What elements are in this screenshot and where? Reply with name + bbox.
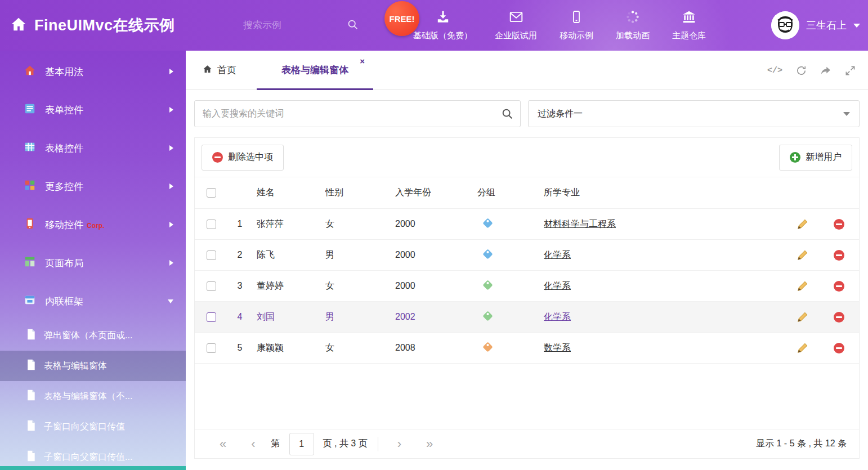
filter-dropdown-value: 过滤条件一 xyxy=(538,108,583,120)
nav-item-enterprise-trial[interactable]: 企业版试用 xyxy=(495,10,537,41)
delete-button[interactable] xyxy=(834,281,844,292)
nav-item-mobile-demo[interactable]: 移动示例 xyxy=(560,10,593,41)
add-user-button[interactable]: 新增用户 xyxy=(779,145,852,171)
edit-button[interactable] xyxy=(797,342,809,354)
pagination-first-icon[interactable]: « xyxy=(207,438,239,450)
app-window: FineUIMvc在线示例 FREE! 基础版（免费） xyxy=(0,0,868,470)
home-icon xyxy=(10,16,27,35)
header-search[interactable] xyxy=(243,11,359,39)
tab-tools: </> xyxy=(767,51,856,90)
sidebar-item-grid-controls[interactable]: 表格控件 xyxy=(0,129,186,167)
cell-gender: 男 xyxy=(321,311,391,323)
sidebar-item-form-controls[interactable]: 表单控件 xyxy=(0,91,186,129)
widgets-icon xyxy=(24,179,36,194)
cell-name: 陈飞 xyxy=(252,249,321,261)
edit-button[interactable] xyxy=(797,311,809,323)
user-menu[interactable]: 三生石上 xyxy=(771,0,860,51)
sidebar-item-mobile-controls[interactable]: 移动控件 Corp. xyxy=(0,205,186,244)
tab-bar: 首页 表格与编辑窗体 × </> xyxy=(186,51,868,90)
file-icon xyxy=(26,329,36,342)
edit-button[interactable] xyxy=(797,249,809,261)
minus-circle-icon xyxy=(834,219,844,230)
table-row[interactable]: 2 陈飞 男 2000 化学系 xyxy=(195,240,859,271)
edit-button[interactable] xyxy=(797,218,809,230)
fullscreen-icon[interactable] xyxy=(845,65,856,76)
delete-button[interactable] xyxy=(834,250,844,261)
tab-active-label: 表格与编辑窗体 xyxy=(281,64,348,77)
tab-home[interactable]: 首页 xyxy=(203,51,236,89)
group-tag-icon xyxy=(482,218,493,228)
major-link[interactable]: 化学系 xyxy=(544,312,571,321)
keyword-search-input[interactable] xyxy=(194,100,521,127)
delete-button[interactable] xyxy=(834,312,844,323)
app-title: FineUIMvc在线示例 xyxy=(34,15,175,35)
row-checkbox[interactable] xyxy=(207,220,216,229)
major-link[interactable]: 材料科学与工程系 xyxy=(544,219,616,229)
spinner-icon xyxy=(625,10,640,26)
chevron-right-icon xyxy=(169,107,173,113)
bank-icon xyxy=(682,10,696,26)
refresh-icon[interactable] xyxy=(796,65,807,76)
row-checkbox[interactable] xyxy=(207,343,216,353)
table-row[interactable]: 5 康颖颖 女 2008 数学系 xyxy=(195,333,859,364)
row-checkbox[interactable] xyxy=(207,281,216,291)
sidebar-item-more-controls[interactable]: 更多控件 xyxy=(0,167,186,205)
pagination-next-icon[interactable]: › xyxy=(385,438,414,450)
chevron-down-icon xyxy=(853,24,860,28)
edit-button[interactable] xyxy=(797,280,809,292)
major-link[interactable]: 数学系 xyxy=(544,343,571,352)
nav-item-basic-edition[interactable]: 基础版（免费） xyxy=(413,10,472,41)
tab-grid-edit-window[interactable]: 表格与编辑窗体 × xyxy=(257,51,373,89)
page-number-input[interactable] xyxy=(289,433,314,455)
delete-selected-button[interactable]: 删除选中项 xyxy=(202,145,284,171)
cell-gender: 女 xyxy=(321,280,391,292)
search-icon[interactable] xyxy=(347,19,359,33)
row-checkbox[interactable] xyxy=(207,312,216,322)
table-row[interactable]: 1 张萍萍 女 2000 材料科学与工程系 xyxy=(195,209,859,240)
sidebar-item-basic-usage[interactable]: 基本用法 xyxy=(0,52,186,91)
submenu-item-popup-window[interactable]: 弹出窗体（本页面或... xyxy=(0,320,186,351)
delete-button[interactable] xyxy=(834,219,844,230)
nav-label: 主题仓库 xyxy=(672,30,706,41)
table-row-selected[interactable]: 4 刘国 男 2002 化学系 xyxy=(195,302,859,333)
mobile-icon xyxy=(570,10,583,26)
pagination-last-icon[interactable]: » xyxy=(414,438,445,450)
submenu-item-grid-edit-window[interactable]: 表格与编辑窗体 xyxy=(0,351,186,381)
major-link[interactable]: 化学系 xyxy=(544,281,571,290)
submenu-item-grid-edit-window-2[interactable]: 表格与编辑窗体（不... xyxy=(0,381,186,411)
table-row[interactable]: 3 董婷婷 女 2000 化学系 xyxy=(195,271,859,302)
open-new-window-icon[interactable] xyxy=(820,65,831,76)
select-all-checkbox[interactable] xyxy=(207,188,216,198)
cell-year: 2000 xyxy=(391,281,473,291)
main-content: 首页 表格与编辑窗体 × </> xyxy=(186,51,868,470)
delete-button[interactable] xyxy=(834,343,844,353)
nav-label: 加载动画 xyxy=(616,30,650,41)
sidebar-item-inline-frame[interactable]: 内联框架 xyxy=(0,282,186,320)
table-header-row: 姓名 性别 入学年份 分组 所学专业 xyxy=(195,177,859,209)
header-nav: 基础版（免费） 企业版试用 移动示例 xyxy=(413,0,706,51)
chevron-right-icon xyxy=(169,145,173,151)
download-icon xyxy=(436,10,450,26)
row-checkbox[interactable] xyxy=(207,250,216,260)
tab-close-icon[interactable]: × xyxy=(360,57,365,65)
row-number: 2 xyxy=(238,250,243,260)
chevron-right-icon xyxy=(169,222,173,227)
mail-icon xyxy=(509,10,524,26)
row-number: 3 xyxy=(238,281,243,291)
top-header: FineUIMvc在线示例 FREE! 基础版（免费） xyxy=(0,0,868,51)
brand[interactable]: FineUIMvc在线示例 xyxy=(10,0,175,51)
table-icon xyxy=(24,141,36,155)
submenu-item-child-to-parent[interactable]: 子窗口向父窗口传值 xyxy=(0,411,186,442)
sidebar-item-page-layout[interactable]: 页面布局 xyxy=(0,244,186,282)
nav-item-theme-repository[interactable]: 主题仓库 xyxy=(672,10,706,41)
column-header-group: 分组 xyxy=(473,187,539,199)
pagination-prev-icon[interactable]: ‹ xyxy=(239,438,267,450)
nav-item-loading-animation[interactable]: 加载动画 xyxy=(616,10,650,41)
file-icon xyxy=(26,390,36,403)
search-icon[interactable] xyxy=(501,108,513,122)
page-label-suffix: 页 , 共 3 页 xyxy=(323,438,368,450)
major-link[interactable]: 化学系 xyxy=(544,250,571,259)
filter-dropdown[interactable]: 过滤条件一 xyxy=(528,100,860,127)
view-source-icon[interactable]: </> xyxy=(767,66,782,75)
header-search-input[interactable] xyxy=(243,20,342,31)
